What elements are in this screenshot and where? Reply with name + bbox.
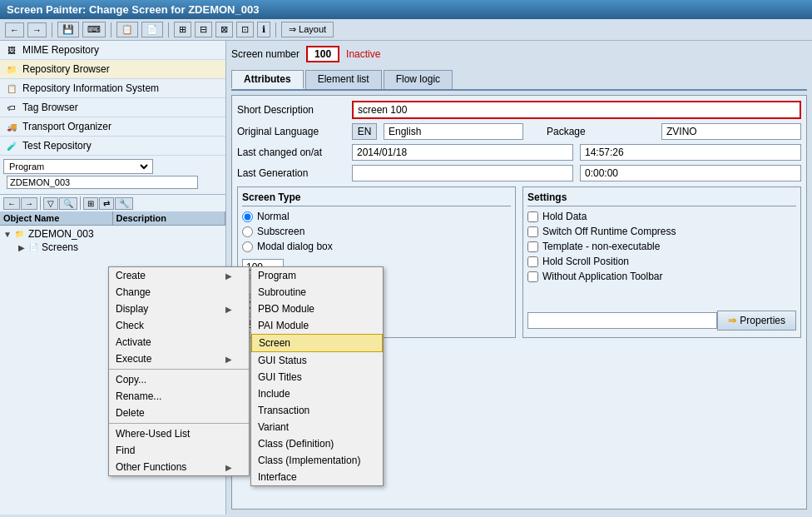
sidebar-item-repo-info[interactable]: 📋 Repository Information System: [0, 79, 225, 98]
program-dropdown[interactable]: Program: [6, 161, 151, 172]
layout-button[interactable]: ⇒ Layout: [281, 22, 334, 37]
wide-input[interactable]: [527, 312, 717, 329]
tree-nav-collapse[interactable]: 🔧: [115, 197, 133, 210]
submenu-item-include[interactable]: Include: [251, 385, 383, 402]
radio-normal-input[interactable]: [242, 211, 253, 222]
tab-attributes[interactable]: Attributes: [231, 70, 304, 89]
context-menu-item-change[interactable]: Change: [109, 284, 249, 301]
settings-panel: Settings Hold Data Switch Off Runtime Co…: [522, 186, 801, 338]
tab-element-list[interactable]: Element list: [305, 70, 382, 89]
paste-btn[interactable]: 📄: [141, 22, 163, 37]
submenu-item-class-impl[interactable]: Class (Implementation): [251, 452, 383, 469]
last-changed-time[interactable]: [580, 144, 801, 161]
grid-btn3[interactable]: ⊠: [215, 22, 233, 37]
grid-btn1[interactable]: ⊞: [174, 22, 191, 37]
program-dropdown-container[interactable]: Program: [3, 159, 153, 174]
orig-lang-label: Original Language: [237, 126, 345, 137]
toolbar: ← → 💾 ⌨ 📋 📄 ⊞ ⊟ ⊠ ⊡ ℹ ⇒ Layout: [0, 19, 812, 41]
col-description: Description: [113, 211, 226, 225]
context-menu-item-display[interactable]: Display▶: [109, 301, 249, 317]
tab-flow-logic[interactable]: Flow logic: [384, 70, 453, 89]
cb-template: Template - non-executable: [527, 241, 796, 252]
program-input[interactable]: [7, 176, 198, 189]
tree-nav-filter[interactable]: ▽: [43, 197, 58, 210]
shortcut-btn[interactable]: ⌨: [82, 22, 106, 37]
context-menu-item-copy[interactable]: Copy...: [109, 371, 249, 388]
context-menu-item-create[interactable]: Create▶: [109, 267, 249, 284]
tab-bar: Attributes Element list Flow logic: [231, 70, 807, 91]
tree-nav-expand[interactable]: ⊞: [83, 197, 98, 210]
tree-nav-buttons: ← → ▽ 🔍 ⊞ ⇄ 🔧: [0, 195, 225, 211]
last-changed-date[interactable]: [352, 144, 573, 161]
submenu-item-pbo[interactable]: PBO Module: [251, 301, 383, 317]
sidebar-item-mime[interactable]: 🖼 MIME Repository: [0, 41, 225, 60]
context-menu-item-delete[interactable]: Delete: [109, 405, 249, 421]
sep3: [168, 22, 169, 37]
context-menu-item-activate[interactable]: Activate: [109, 334, 249, 350]
cb-hold-scroll-label: Hold Scroll Position: [542, 256, 629, 267]
tree-node-screens[interactable]: ▶ 📄 Screens: [2, 241, 224, 254]
context-menu-item-find[interactable]: Find: [109, 442, 249, 459]
sidebar-item-tag-browser[interactable]: 🏷 Tag Browser: [0, 98, 225, 117]
properties-arrow: ⇒: [728, 315, 736, 326]
sidebar-item-test-repo[interactable]: 🧪 Test Repository: [0, 137, 225, 156]
submenu-item-class-def[interactable]: Class (Definition): [251, 435, 383, 452]
save-btn[interactable]: 💾: [57, 22, 79, 37]
cb-switch-off: Switch Off Runtime Compress: [527, 226, 796, 237]
submenu-item-program[interactable]: Program: [251, 267, 383, 284]
radio-subscreen: Subscreen: [242, 226, 511, 237]
submenu-item-transaction[interactable]: Transaction: [251, 402, 383, 419]
properties-label: Properties: [740, 315, 785, 326]
tree-nav-move[interactable]: ⇄: [99, 197, 114, 210]
last-gen-time[interactable]: [580, 165, 801, 181]
orig-lang-input[interactable]: [384, 123, 523, 140]
submenu-item-screen[interactable]: Screen: [251, 334, 383, 352]
sep4: [275, 22, 276, 37]
short-desc-label: Short Description: [237, 104, 345, 116]
test-repo-icon: 🧪: [5, 139, 18, 152]
forward-btn[interactable]: →: [27, 22, 47, 37]
col-object: Object Name: [0, 211, 113, 225]
short-desc-input[interactable]: [352, 101, 801, 119]
cb-switch-off-input[interactable]: [527, 226, 538, 237]
tree-expand-screens: ▶: [18, 243, 25, 252]
tree-nav-find[interactable]: 🔍: [59, 197, 77, 210]
submenu-item-variant[interactable]: Variant: [251, 419, 383, 435]
cb-template-input[interactable]: [527, 241, 538, 252]
grid-btn4[interactable]: ⊡: [236, 22, 254, 37]
context-menu-item-check[interactable]: Check: [109, 317, 249, 334]
copy-btn[interactable]: 📋: [116, 22, 138, 37]
cb-hold-scroll-input[interactable]: [527, 256, 538, 267]
package-input[interactable]: [661, 123, 801, 140]
tree-node-zdemon[interactable]: ▼ 📁 ZDEMON_003: [2, 227, 224, 241]
context-menu-arrow-other: ▶: [225, 463, 232, 472]
context-menu-item-where-used[interactable]: Where-Used List: [109, 425, 249, 442]
grid-btn2[interactable]: ⊟: [195, 22, 212, 37]
sidebar-item-transport[interactable]: 🚚 Transport Organizer: [0, 117, 225, 137]
back-btn[interactable]: ←: [5, 22, 24, 37]
cb-hold-scroll: Hold Scroll Position: [527, 256, 796, 267]
properties-button[interactable]: ⇒ Properties: [717, 311, 796, 331]
submenu-item-interface[interactable]: Interface: [251, 469, 383, 485]
cb-without-toolbar-input[interactable]: [527, 271, 538, 282]
context-menu-separator: [109, 423, 249, 424]
cb-hold-data-input[interactable]: [527, 211, 538, 222]
tree-node-label: ZDEMON_003: [28, 228, 94, 240]
tree-nav-forward[interactable]: →: [21, 197, 37, 210]
tree-screens-label: Screens: [42, 241, 78, 253]
submenu-item-subroutine[interactable]: Subroutine: [251, 284, 383, 301]
submenu-item-gui-status[interactable]: GUI Status: [251, 352, 383, 369]
radio-modal-label: Modal dialog box: [257, 241, 333, 252]
submenu-item-pai[interactable]: PAI Module: [251, 317, 383, 334]
context-menu-item-other[interactable]: Other Functions▶: [109, 459, 249, 475]
radio-subscreen-input[interactable]: [242, 226, 253, 237]
inactive-badge: Inactive: [346, 48, 380, 60]
context-menu-item-rename[interactable]: Rename...: [109, 388, 249, 405]
sidebar-item-repository-browser[interactable]: 📁 Repository Browser: [0, 60, 225, 79]
context-menu-item-execute[interactable]: Execute▶: [109, 350, 249, 367]
submenu-item-gui-titles[interactable]: GUI Titles: [251, 369, 383, 385]
radio-modal-input[interactable]: [242, 241, 253, 252]
tree-nav-back[interactable]: ←: [3, 197, 20, 210]
info-btn[interactable]: ℹ: [257, 22, 270, 37]
last-gen-date[interactable]: [352, 165, 573, 181]
